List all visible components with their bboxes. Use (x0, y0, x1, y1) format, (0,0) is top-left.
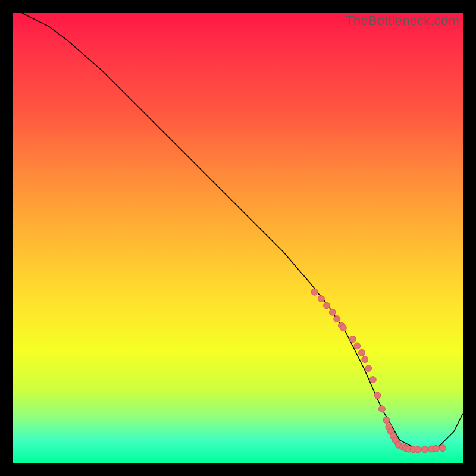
data-point (311, 289, 318, 295)
chart-svg (13, 13, 463, 463)
data-point (354, 343, 361, 349)
chart-plot-area: TheBottleneck.com (13, 13, 463, 463)
data-point (362, 356, 368, 363)
data-point (334, 316, 340, 322)
data-point (378, 406, 385, 412)
data-point (433, 445, 439, 452)
data-point (365, 365, 372, 372)
data-point (323, 302, 330, 309)
data-point (369, 377, 376, 383)
data-point (349, 336, 356, 343)
data-point (415, 446, 421, 453)
marker-group (311, 289, 446, 453)
bottleneck-curve (22, 13, 463, 449)
data-point (383, 417, 390, 424)
data-point (421, 446, 428, 453)
data-point (358, 349, 365, 356)
data-point (329, 309, 336, 315)
data-point (374, 392, 381, 399)
data-point (440, 445, 446, 452)
data-point (340, 325, 346, 331)
data-point (318, 296, 324, 302)
